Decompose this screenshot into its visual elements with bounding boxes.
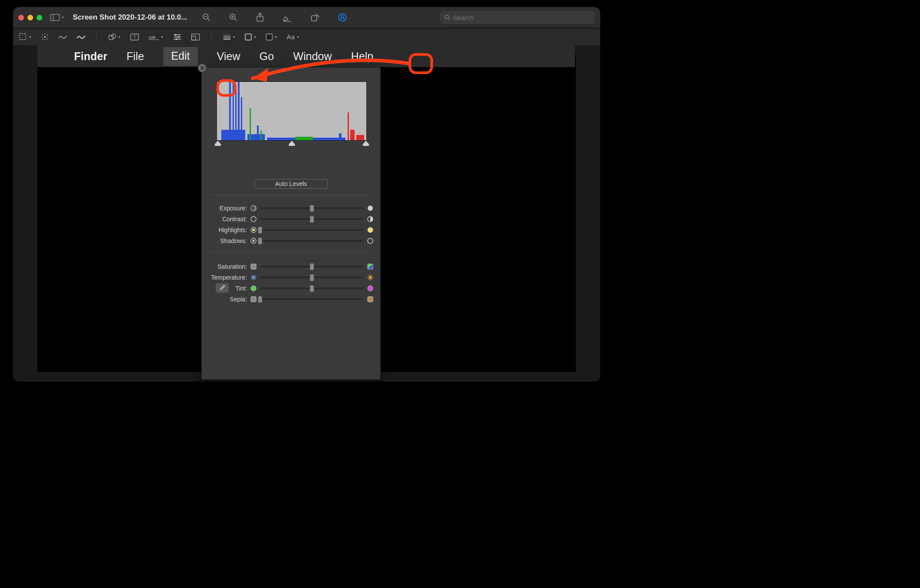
shadows-label: Shadows: xyxy=(202,237,250,244)
minimize-window-button[interactable] xyxy=(27,15,33,20)
traffic-lights xyxy=(18,15,42,20)
svg-line-22 xyxy=(42,34,43,35)
menu-file: File xyxy=(126,50,144,63)
svg-marker-61 xyxy=(289,141,295,146)
svg-line-87 xyxy=(372,275,372,276)
shadows-slider[interactable]: Shadows: xyxy=(202,235,380,246)
svg-rect-91 xyxy=(368,297,373,302)
svg-rect-45 xyxy=(229,82,231,141)
rotate-button[interactable] xyxy=(310,13,320,22)
svg-rect-90 xyxy=(251,297,256,302)
svg-rect-43 xyxy=(266,34,272,40)
svg-rect-55 xyxy=(260,131,262,141)
eyedropper-button[interactable] xyxy=(216,283,229,293)
markup-button[interactable] xyxy=(338,13,347,22)
saturation-low-icon xyxy=(250,263,257,270)
svg-point-17 xyxy=(44,36,46,38)
fill-color-button[interactable]: ▾ xyxy=(266,34,277,41)
share-button[interactable] xyxy=(256,13,264,22)
black-point-handle[interactable] xyxy=(215,141,221,147)
adjust-color-panel[interactable]: ✕ xyxy=(201,67,381,380)
search-field[interactable] xyxy=(440,11,595,24)
svg-rect-51 xyxy=(257,125,259,141)
svg-line-3 xyxy=(208,19,210,21)
svg-point-34 xyxy=(175,34,176,36)
exposure-slider[interactable]: Exposure: xyxy=(202,203,380,213)
panel-close-button[interactable]: ✕ xyxy=(198,64,206,72)
zoom-in-button[interactable] xyxy=(229,13,238,22)
border-color-button[interactable]: ▾ xyxy=(245,34,256,41)
svg-point-14 xyxy=(445,15,448,18)
markup-toolbar: ▾ ▾ T ▾ ▾ ▾ ▾ Aa▾ xyxy=(13,28,600,45)
saturation-label: Saturation: xyxy=(202,263,250,270)
tint-green-icon xyxy=(250,284,257,292)
saturation-high-icon xyxy=(366,263,374,270)
svg-point-13 xyxy=(338,14,346,21)
exposure-low-icon xyxy=(250,204,257,212)
svg-rect-48 xyxy=(238,82,240,141)
exposure-high-icon xyxy=(366,204,374,212)
preview-window: ▾ Screen Shot 2020-12-06 at 10.0... ▾ ▾ … xyxy=(13,7,600,382)
fullscreen-window-button[interactable] xyxy=(37,15,42,20)
screenshot-menubar: Finder File Edit View Go Window Help xyxy=(37,45,575,67)
temperature-label: Temperature: xyxy=(202,274,250,281)
svg-rect-73 xyxy=(251,264,256,269)
svg-rect-26 xyxy=(109,35,113,40)
sidebar-toggle-button[interactable]: ▾ xyxy=(50,14,64,21)
text-button[interactable]: T xyxy=(130,34,139,41)
contrast-slider[interactable]: Contrast: xyxy=(202,213,380,224)
adjust-color-button[interactable] xyxy=(173,34,182,41)
sketch-button[interactable] xyxy=(58,34,67,40)
svg-marker-62 xyxy=(363,141,369,146)
svg-line-15 xyxy=(448,18,450,20)
svg-rect-74 xyxy=(368,264,373,269)
menu-window: Window xyxy=(293,50,332,63)
adjust-size-button[interactable] xyxy=(191,34,200,41)
window-title: Screen Shot 2020-12-06 at 10.0... xyxy=(73,13,187,22)
zoom-out-button[interactable] xyxy=(202,13,211,22)
saturation-slider[interactable]: Saturation: xyxy=(202,261,380,272)
exposure-label: Exposure: xyxy=(202,205,250,212)
svg-point-68 xyxy=(252,229,255,231)
svg-line-84 xyxy=(368,275,369,276)
slider-group-color: Saturation: Temperature: Tint: xyxy=(202,261,380,304)
temperature-cold-icon xyxy=(250,274,257,281)
highlight-button[interactable] xyxy=(282,13,292,22)
svg-point-65 xyxy=(251,216,256,222)
sepia-low-icon xyxy=(250,295,257,303)
menubar-app-name: Finder xyxy=(74,50,107,63)
contrast-label: Contrast: xyxy=(202,216,250,223)
svg-rect-47 xyxy=(235,86,237,141)
svg-point-89 xyxy=(368,286,373,291)
svg-line-25 xyxy=(47,34,47,35)
svg-line-85 xyxy=(372,279,372,280)
close-window-button[interactable] xyxy=(18,15,24,20)
mid-point-handle[interactable] xyxy=(289,141,295,147)
shadows-low-icon xyxy=(250,237,257,245)
svg-rect-38 xyxy=(192,36,196,40)
auto-levels-button[interactable]: Auto Levels xyxy=(254,179,328,189)
highlights-label: Highlights: xyxy=(202,226,250,233)
svg-rect-12 xyxy=(311,16,317,21)
svg-point-79 xyxy=(369,276,372,279)
instant-alpha-button[interactable] xyxy=(41,33,49,41)
selection-tool-button[interactable]: ▾ xyxy=(19,33,31,41)
titlebar-tools xyxy=(202,13,347,22)
font-style-button[interactable]: Aa▾ xyxy=(287,33,300,41)
tint-slider[interactable]: Tint: xyxy=(202,283,380,294)
svg-rect-59 xyxy=(356,135,364,141)
sign-button[interactable]: ▾ xyxy=(149,34,163,40)
sepia-slider[interactable]: Sepia: xyxy=(202,294,380,304)
highlights-slider[interactable]: Highlights: xyxy=(202,224,380,235)
contrast-high-icon xyxy=(366,215,374,223)
font-label: Aa xyxy=(287,33,295,41)
shapes-button[interactable]: ▾ xyxy=(108,34,121,41)
white-point-handle[interactable] xyxy=(363,141,369,147)
menu-help: Help xyxy=(351,50,373,63)
search-input[interactable] xyxy=(453,14,591,21)
temperature-slider[interactable]: Temperature: xyxy=(202,272,380,283)
draw-button[interactable] xyxy=(77,34,85,40)
highlights-high-icon xyxy=(366,226,374,234)
tint-magenta-icon xyxy=(366,284,374,292)
line-style-button[interactable]: ▾ xyxy=(223,34,235,40)
